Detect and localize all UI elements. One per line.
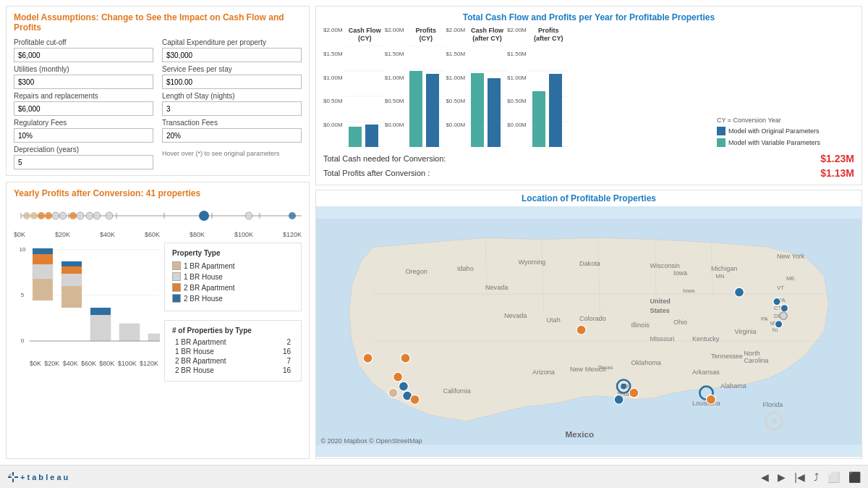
legend-label-original: Model with Original Parameters [728, 127, 820, 135]
input-transaction-fees[interactable] [162, 128, 302, 143]
y-label-150-2: $1.50M [385, 51, 404, 57]
chart2-title: Profits(CY) [416, 27, 437, 43]
svg-rect-48 [349, 127, 362, 147]
x-axis-label-40: $40K [100, 231, 115, 238]
property-type-legend-title: Property Type [172, 249, 294, 257]
y-label-200-3: $2.00M [446, 27, 465, 33]
y-label-0-3: $0.00M [446, 122, 465, 128]
nav-forward-button[interactable]: ▶ [778, 471, 786, 483]
input-regulatory-fees[interactable] [14, 128, 153, 143]
prop-count-1br-apt: 2 [270, 337, 294, 347]
bottom-right-legends: Property Type 1 BR Apartment 1 BR House [164, 243, 302, 382]
y-label-200-4: $2.00M [507, 27, 527, 33]
input-length-stay[interactable] [162, 101, 302, 116]
field-label-transaction-fees: Transaction Fees [162, 119, 302, 127]
svg-rect-37 [90, 308, 111, 315]
svg-text:Kentucky: Kentucky [692, 335, 720, 342]
svg-point-133 [707, 395, 716, 404]
svg-point-129 [780, 311, 787, 319]
stats-area: Total Cash needed for Conversion: $1.23M… [323, 153, 854, 179]
y-label-200-2: $2.00M [385, 27, 404, 33]
legend-color-1br-house [172, 272, 181, 281]
svg-point-126 [614, 395, 624, 404]
charts-and-legend: $2.00M $1.50M $1.00M $0.50M $0.00M Cash … [323, 27, 854, 147]
fullscreen-button[interactable]: ⬜ [827, 471, 840, 483]
chart-profits-cy: $2.00M $1.50M $1.00M $0.50M $0.00M Profi… [385, 27, 446, 147]
chart4-svg [529, 46, 569, 147]
svg-text:ME: ME [786, 274, 795, 281]
svg-text:Mexico: Mexico [566, 429, 595, 438]
field-profitable-cutoff: Profitable cut-off [14, 38, 153, 62]
right-panel: Total Cash Flow and Profits per Year for… [315, 6, 862, 459]
nav-back-button[interactable]: ◀ [761, 471, 769, 483]
input-repairs[interactable] [14, 101, 153, 116]
input-depreciation[interactable] [14, 155, 153, 169]
dot-plot [14, 203, 302, 228]
legend-label-variable: Model with Variable Parameters [728, 139, 820, 146]
legend-item-1br-apt: 1 BR Apartment [172, 261, 294, 270]
svg-point-125 [629, 388, 639, 397]
field-label-profitable-cutoff: Profitable cut-off [14, 38, 153, 46]
legend-label-1br-house: 1 BR House [184, 273, 223, 281]
y-label-0-2: $0.00M [385, 122, 404, 128]
footer-icons: ◀ ▶ |◀ ⤴ ⬜ ⬛ [761, 471, 861, 483]
svg-rect-141 [14, 476, 18, 478]
legend-color-2br-house [172, 294, 181, 303]
properties-by-type-table: # of Properties by Type 1 BR Apartment 2… [164, 320, 302, 382]
svg-text:United: United [650, 298, 671, 305]
cy-note: CY = Conversion Year [717, 117, 854, 124]
prop-count-1br-house: 16 [270, 347, 294, 356]
charts-section: Total Cash Flow and Profits per Year for… [315, 6, 862, 185]
tableau-logo: + t a b l e a u [7, 471, 68, 483]
main-container: Model Assumptions: Change to See the Imp… [0, 0, 868, 488]
prop-count-2br-house: 16 [270, 366, 294, 375]
svg-text:New York: New York [777, 252, 805, 259]
prop-type-1br-house: 1 BR House [172, 347, 270, 356]
field-hover-note-group: Hover over (*) to see original parameter… [162, 146, 302, 169]
input-service-fees[interactable] [162, 75, 302, 89]
x-axis-label-100: $100K [234, 231, 253, 238]
svg-point-136 [363, 353, 373, 363]
svg-point-128 [780, 304, 788, 311]
input-utilities[interactable] [14, 75, 153, 89]
nav-first-button[interactable]: |◀ [794, 471, 805, 483]
svg-text:© 2020 Mapbox  © OpenStreetMap: © 2020 Mapbox © OpenStreetMap [321, 437, 422, 444]
download-button[interactable]: ⬛ [848, 471, 861, 483]
field-service-fees: Service Fees per stay [162, 65, 302, 89]
stat-profits-label: Total Profits after Conversion : [323, 169, 430, 177]
chart3-title: Cash Flow(after CY) [471, 27, 503, 43]
input-capex[interactable] [162, 48, 302, 62]
svg-point-21 [289, 212, 296, 219]
field-regulatory-fees: Regulatory Fees [14, 119, 153, 143]
svg-rect-139 [12, 479, 14, 482]
field-label-capex: Capital Expenditure per property [162, 38, 302, 46]
svg-point-119 [388, 388, 398, 397]
share-button[interactable]: ⤴ [814, 471, 819, 483]
y-label-200-1: $2.00M [323, 27, 343, 33]
hist-x-0: $0K [30, 360, 41, 367]
svg-point-16 [86, 212, 93, 219]
input-profitable-cutoff[interactable] [14, 48, 153, 62]
svg-text:Florida: Florida [763, 401, 784, 408]
chart2-wrapper: Profits(CY) [406, 27, 446, 147]
content-area: Model Assumptions: Change to See the Imp… [0, 0, 868, 465]
y-label-100-4: $1.00M [507, 75, 527, 81]
chart-cashflow-cy: $2.00M $1.50M $1.00M $0.50M $0.00M Cash … [323, 27, 385, 147]
property-type-legend: Property Type 1 BR Apartment 1 BR House [164, 243, 302, 311]
field-label-repairs: Repairs and replacements [14, 92, 153, 100]
svg-rect-140 [8, 476, 12, 478]
svg-point-14 [69, 212, 77, 219]
y-label-50-3: $0.50M [446, 98, 465, 104]
field-transaction-fees: Transaction Fees [162, 119, 302, 143]
hist-x-80: $80K [99, 360, 114, 367]
svg-point-12 [52, 212, 59, 219]
svg-point-127 [773, 298, 780, 305]
svg-rect-138 [12, 472, 14, 476]
field-label-regulatory-fees: Regulatory Fees [14, 119, 153, 127]
stat-profits-value: $1.13M [820, 167, 854, 179]
y-label-0-4: $0.00M [507, 122, 527, 128]
svg-point-9 [30, 212, 38, 219]
svg-point-121 [410, 395, 420, 404]
svg-rect-63 [488, 78, 501, 147]
legend-item-2br-house: 2 BR House [172, 294, 294, 303]
